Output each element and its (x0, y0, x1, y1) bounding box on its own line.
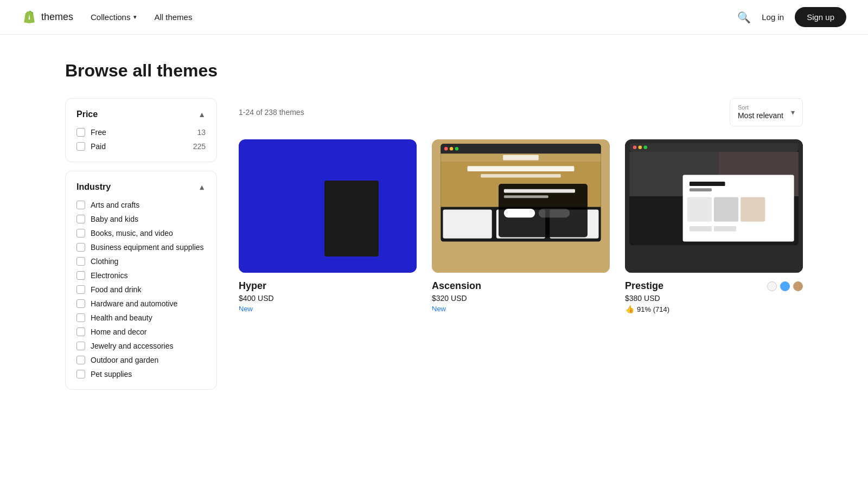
theme-hyper-price: $400 USD (239, 294, 417, 303)
industry-pet-checkbox[interactable] (76, 370, 85, 378)
industry-baby-checkbox[interactable] (76, 215, 85, 223)
hyper-preview (239, 139, 417, 273)
industry-books-label: Books, music, and video (91, 229, 173, 237)
svg-rect-33 (690, 226, 712, 232)
industry-electronics-checkbox[interactable] (76, 271, 85, 280)
industry-business-label: Business equipment and supplies (91, 243, 204, 252)
svg-rect-34 (714, 226, 736, 232)
industry-clothing-label: Clothing (91, 257, 118, 266)
sort-select[interactable]: Sort Most relevant ▾ (730, 98, 803, 126)
industry-home-checkbox[interactable] (76, 328, 85, 336)
industry-outdoor-checkbox[interactable] (76, 356, 85, 364)
industry-clothing-checkbox[interactable] (76, 257, 85, 266)
content-header: 1-24 of 238 themes Sort Most relevant ▾ (239, 98, 803, 126)
svg-rect-7 (468, 166, 575, 171)
search-icon: 🔍 (737, 11, 751, 24)
search-button[interactable]: 🔍 (737, 11, 751, 24)
svg-point-4 (450, 147, 454, 151)
rating-text: 91% (714) (637, 305, 669, 313)
industry-electronics-label: Electronics (91, 271, 127, 280)
sort-label: Sort (738, 104, 783, 111)
price-paid-row: Paid 225 (76, 142, 206, 151)
svg-rect-2 (441, 144, 601, 153)
price-free-row: Free 13 (76, 128, 206, 137)
signup-button[interactable]: Sign up (795, 7, 846, 27)
industry-arts-checkbox[interactable] (76, 201, 85, 209)
industry-hardware-row: Hardware and automotive (76, 299, 206, 308)
industry-books-checkbox[interactable] (76, 229, 85, 237)
theme-hyper-name: Hyper (239, 280, 266, 292)
all-themes-link[interactable]: All themes (154, 12, 192, 22)
svg-rect-11 (443, 210, 492, 239)
sidebar: Price ▲ Free 13 Paid 225 (65, 98, 217, 399)
industry-jewelry-checkbox[interactable] (76, 342, 85, 350)
industry-arts-row: Arts and crafts (76, 201, 206, 209)
theme-hyper-badge: New (239, 305, 253, 313)
theme-ascension-info: Ascension $320 USD New (432, 273, 610, 313)
price-free-label: Free (91, 128, 106, 137)
industry-home-row: Home and decor (76, 328, 206, 336)
theme-card-prestige[interactable]: Prestige $380 USD 👍 91% (714) (625, 139, 803, 313)
svg-point-5 (455, 147, 459, 151)
logo-link[interactable]: themes (22, 10, 73, 25)
industry-business-checkbox[interactable] (76, 243, 85, 252)
industry-pet-row: Pet supplies (76, 370, 206, 378)
svg-rect-18 (539, 209, 570, 217)
theme-prestige-name: Prestige (625, 280, 663, 292)
login-button[interactable]: Log in (762, 12, 784, 22)
price-filter-section: Price ▲ Free 13 Paid 225 (65, 98, 217, 162)
prestige-preview-svg (625, 139, 803, 273)
industry-home-label: Home and decor (91, 328, 147, 336)
industry-jewelry-row: Jewelry and accessories (76, 342, 206, 350)
svg-rect-15 (504, 189, 575, 193)
collections-dropdown[interactable]: Collections ▾ Arts and crafts Baby and k… (91, 12, 137, 22)
industry-baby-row: Baby and kids (76, 215, 206, 223)
navbar: themes Collections ▾ Arts and crafts Bab… (0, 0, 868, 35)
theme-ascension-badge: New (432, 305, 446, 313)
price-paid-label: Paid (91, 142, 106, 151)
nav-right: 🔍 Log in Sign up (737, 7, 846, 27)
svg-rect-31 (714, 197, 738, 222)
price-free-checkbox[interactable] (76, 128, 85, 137)
svg-rect-17 (504, 209, 535, 217)
theme-ascension-image (432, 139, 610, 273)
theme-prestige-rating: 👍 91% (714) (625, 305, 669, 313)
theme-card-ascension[interactable]: Ascension $320 USD New (432, 139, 610, 313)
price-paid-checkbox[interactable] (76, 142, 85, 151)
industry-food-checkbox[interactable] (76, 285, 85, 294)
ascension-preview-svg (432, 139, 610, 273)
swatch-tan[interactable] (793, 281, 803, 291)
industry-filter-header[interactable]: Industry ▲ (76, 182, 206, 192)
svg-rect-28 (690, 182, 725, 186)
theme-prestige-price: $380 USD (625, 294, 803, 303)
industry-jewelry-label: Jewelry and accessories (91, 342, 174, 350)
shopify-logo-icon (22, 10, 37, 25)
prestige-swatches (767, 281, 803, 291)
theme-hyper-info: Hyper $400 USD New (239, 273, 417, 313)
nav-left: themes Collections ▾ Arts and crafts Bab… (22, 10, 192, 25)
sort-value: Most relevant (738, 111, 783, 120)
svg-rect-29 (690, 188, 712, 191)
price-chevron-icon: ▲ (198, 110, 206, 119)
industry-hardware-label: Hardware and automotive (91, 299, 177, 308)
hyper-screen-mock (324, 181, 379, 256)
industry-outdoor-row: Outdoor and garden (76, 356, 206, 364)
swatch-blue[interactable] (780, 281, 790, 291)
logo-text: themes (41, 11, 73, 23)
collections-button[interactable]: Collections ▾ (91, 12, 137, 22)
industry-pet-label: Pet supplies (91, 370, 132, 378)
svg-rect-16 (504, 195, 548, 198)
browse-header: Browse all themes (65, 35, 803, 98)
industry-health-checkbox[interactable] (76, 313, 85, 322)
price-filter-header[interactable]: Price ▲ (76, 110, 206, 119)
themes-grid: Hyper $400 USD New (239, 139, 803, 313)
industry-baby-label: Baby and kids (91, 215, 138, 223)
theme-ascension-price: $320 USD (432, 294, 610, 303)
swatch-white[interactable] (767, 281, 777, 291)
theme-card-hyper[interactable]: Hyper $400 USD New (239, 139, 417, 313)
svg-rect-8 (481, 174, 561, 178)
svg-point-24 (643, 145, 647, 149)
industry-hardware-checkbox[interactable] (76, 299, 85, 308)
page-title: Browse all themes (65, 61, 803, 81)
industry-health-row: Health and beauty (76, 313, 206, 322)
